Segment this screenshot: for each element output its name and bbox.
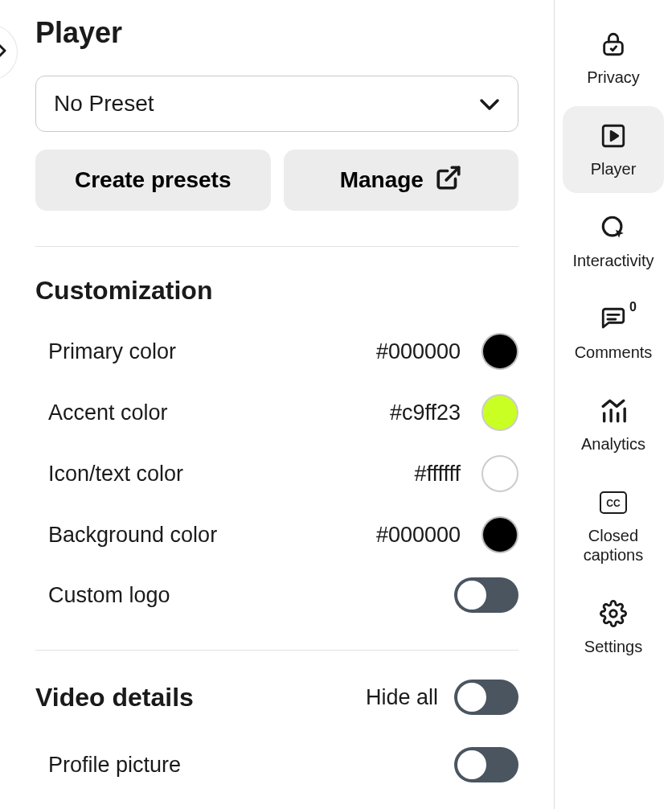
- icontext-color-hex: #ffffff: [414, 462, 461, 487]
- chevron-right-icon: [0, 40, 8, 64]
- sidebar-item-player[interactable]: Player: [563, 106, 664, 193]
- create-presets-button[interactable]: Create presets: [35, 150, 271, 211]
- accent-color-swatch[interactable]: [481, 394, 518, 431]
- profile-picture-label: Profile picture: [48, 753, 181, 778]
- customization-heading: Customization: [35, 276, 518, 306]
- primary-color-label: Primary color: [48, 339, 176, 364]
- row-background-color: Background color #000000: [35, 516, 518, 553]
- sidebar-item-analytics[interactable]: Analytics: [563, 381, 664, 468]
- sidebar-label: Closed captions: [566, 526, 661, 565]
- expand-handle[interactable]: [0, 24, 18, 80]
- primary-color-swatch[interactable]: [481, 333, 518, 370]
- hide-all-label: Hide all: [366, 685, 438, 710]
- hide-all-toggle[interactable]: [454, 680, 518, 715]
- sidebar-label: Settings: [584, 637, 642, 656]
- primary-color-hex: #000000: [376, 339, 461, 364]
- svg-line-0: [446, 167, 459, 180]
- play-icon: [598, 121, 629, 151]
- svg-text:CC: CC: [606, 498, 621, 509]
- custom-logo-label: Custom logo: [48, 583, 170, 608]
- manage-button[interactable]: Manage: [284, 150, 519, 211]
- background-color-swatch[interactable]: [481, 516, 518, 553]
- toggle-knob: [457, 683, 486, 712]
- interactivity-icon: [598, 212, 629, 243]
- row-profile-picture: Profile picture: [35, 747, 518, 782]
- sidebar-label: Privacy: [587, 68, 640, 87]
- page-title: Player: [35, 16, 518, 50]
- external-link-icon: [435, 164, 462, 197]
- accent-color-label: Accent color: [48, 400, 168, 425]
- icontext-color-swatch[interactable]: [481, 455, 518, 492]
- sidebar-item-settings[interactable]: Settings: [563, 584, 664, 671]
- sidebar-item-closed-captions[interactable]: CC Closed captions: [563, 473, 664, 579]
- lock-icon: [598, 29, 629, 60]
- preset-selected-label: No Preset: [54, 91, 154, 117]
- svg-point-13: [610, 610, 617, 618]
- comments-icon: [598, 304, 629, 335]
- row-icontext-color: Icon/text color #ffffff: [35, 455, 518, 492]
- icontext-color-label: Icon/text color: [48, 462, 183, 487]
- accent-color-hex: #c9ff23: [390, 400, 461, 425]
- custom-logo-toggle[interactable]: [454, 577, 518, 613]
- row-primary-color: Primary color #000000: [35, 333, 518, 370]
- analytics-icon: [598, 396, 629, 426]
- svg-marker-3: [611, 131, 618, 140]
- manage-label: Manage: [340, 167, 424, 193]
- sidebar-item-privacy[interactable]: Privacy: [563, 14, 664, 101]
- gear-icon: [598, 598, 629, 629]
- right-sidebar: Privacy Player Interactivity 0 Comments …: [555, 0, 672, 809]
- preset-select[interactable]: No Preset: [35, 76, 518, 132]
- sidebar-label: Analytics: [581, 434, 645, 454]
- toggle-knob: [457, 581, 486, 610]
- divider: [35, 650, 518, 651]
- background-color-label: Background color: [48, 523, 217, 548]
- profile-picture-toggle[interactable]: [454, 747, 518, 782]
- sidebar-label: Interactivity: [572, 251, 654, 270]
- row-accent-color: Accent color #c9ff23: [35, 394, 518, 431]
- video-details-heading: Video details: [35, 683, 194, 712]
- main-panel: Player No Preset Create presets Manage C…: [0, 0, 555, 809]
- chevron-down-icon: [479, 91, 500, 117]
- closed-captions-icon: CC: [598, 487, 629, 518]
- create-presets-label: Create presets: [75, 167, 232, 193]
- sidebar-label: Player: [591, 159, 637, 179]
- sidebar-item-interactivity[interactable]: Interactivity: [563, 198, 664, 285]
- sidebar-label: Comments: [575, 343, 653, 362]
- divider: [35, 246, 518, 247]
- sidebar-item-comments[interactable]: 0 Comments: [563, 290, 664, 376]
- toggle-knob: [457, 750, 486, 779]
- comments-badge: 0: [629, 299, 637, 314]
- background-color-hex: #000000: [376, 523, 461, 548]
- row-custom-logo: Custom logo: [35, 577, 518, 613]
